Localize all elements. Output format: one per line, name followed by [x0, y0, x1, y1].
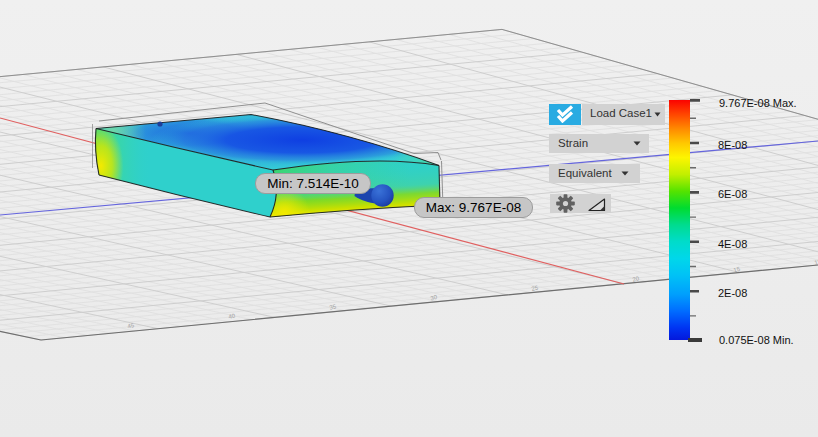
svg-text:45: 45 — [127, 322, 136, 330]
svg-text:25: 25 — [531, 284, 540, 292]
svg-text:35: 35 — [329, 303, 338, 311]
svg-text:20: 20 — [632, 275, 641, 283]
svg-text:15: 15 — [814, 258, 818, 266]
svg-text:40: 40 — [228, 312, 237, 320]
svg-text:30: 30 — [430, 294, 439, 302]
